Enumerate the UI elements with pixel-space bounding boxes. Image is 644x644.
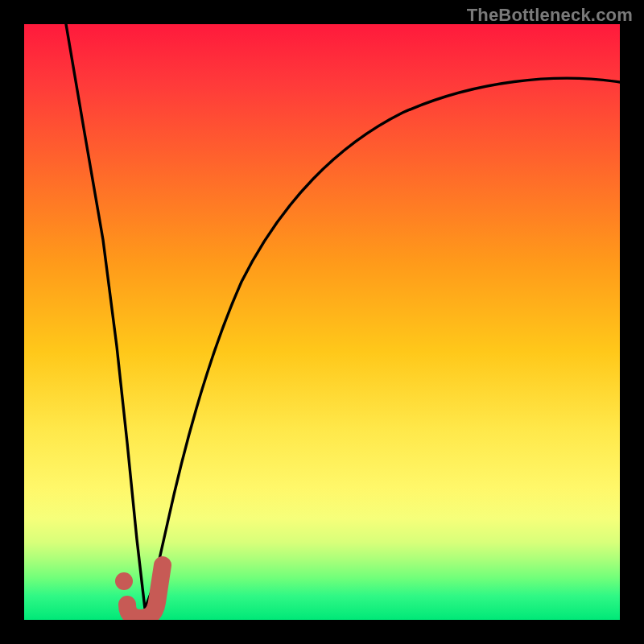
bottleneck-curve xyxy=(66,24,620,609)
marker-dot xyxy=(115,572,133,590)
curve-layer xyxy=(24,24,620,620)
watermark-text: TheBottleneck.com xyxy=(467,5,633,26)
plot-area xyxy=(24,24,620,620)
marker-hook xyxy=(127,565,163,618)
frame: TheBottleneck.com xyxy=(0,0,644,644)
